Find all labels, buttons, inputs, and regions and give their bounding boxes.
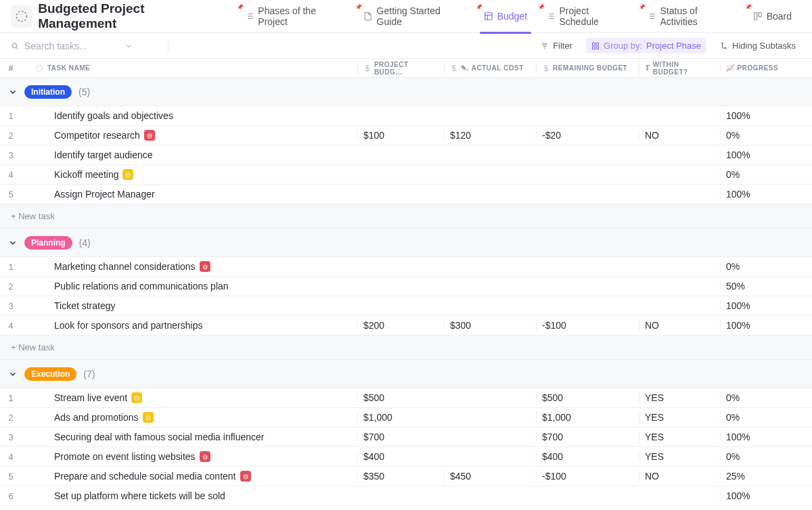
task-name-cell[interactable]: Stream live event⊖ [22, 392, 357, 403]
chevron-down-icon[interactable] [125, 42, 133, 50]
group-header-execution[interactable]: Execution(7) [0, 360, 812, 388]
task-name-cell[interactable]: Competitor research⊖ [22, 130, 357, 141]
col-taskname[interactable]: TASK NAME [22, 64, 357, 72]
col-actual-cost[interactable]: ✎. ACTUAL COST [444, 64, 536, 72]
cell-progress[interactable]: 25% [720, 471, 812, 482]
task-name-cell[interactable]: Kickoff meeting⊖ [22, 169, 357, 180]
task-name-cell[interactable]: Prepare and schedule social media conten… [22, 471, 357, 482]
table-row[interactable]: 4Promote on event listing websites⊖$400$… [0, 447, 812, 467]
cell-project-budget[interactable]: $200 [357, 320, 444, 331]
hiding-subtasks-button[interactable]: Hiding Subtasks [715, 38, 801, 53]
task-name-cell[interactable]: Public relations and communications plan [22, 281, 357, 292]
new-task-button[interactable]: + New task [0, 204, 812, 229]
cell-progress[interactable]: 100% [720, 110, 812, 121]
tab-label: Status of Activities [660, 5, 734, 27]
new-task-button[interactable]: + New task [0, 335, 812, 360]
cell-within-budget[interactable]: YES [639, 451, 720, 462]
cell-progress[interactable]: 100% [720, 320, 812, 331]
cell-progress[interactable]: 0% [720, 169, 812, 180]
table-row[interactable]: 1Identify goals and objectives100% [0, 106, 812, 126]
cell-project-budget[interactable]: $700 [357, 432, 444, 442]
row-index: 4 [0, 452, 22, 462]
cell-remaining-budget[interactable]: $1,000 [536, 412, 639, 423]
cell-progress[interactable]: 100% [720, 300, 812, 311]
task-name-cell[interactable]: Identify goals and objectives [22, 110, 357, 121]
group-by-button[interactable]: Group by: Project Phase [586, 38, 706, 53]
cell-progress[interactable]: 0% [720, 412, 812, 423]
task-name-cell[interactable]: Ticket strategy [22, 300, 357, 311]
table-row[interactable]: 2Public relations and communications pla… [0, 277, 812, 296]
table-row[interactable]: 2Competitor research⊖$100$120-$20NO0% [0, 126, 812, 145]
cell-progress[interactable]: 0% [720, 451, 812, 462]
cell-remaining-budget[interactable]: $400 [536, 451, 639, 462]
table-row[interactable]: 5Prepare and schedule social media conte… [0, 467, 812, 486]
cell-remaining-budget[interactable]: -$100 [536, 320, 639, 331]
group-header-planning[interactable]: Planning(4) [0, 229, 812, 257]
table-row[interactable]: 2Ads and promotions⊖$1,000$1,000YES0% [0, 408, 812, 427]
search-input[interactable] [24, 41, 119, 51]
table-row[interactable]: 5Assign Project Manager100% [0, 185, 812, 204]
col-project-budget[interactable]: PROJECT BUDG… [357, 61, 444, 76]
tab-board[interactable]: 📌Board [744, 0, 801, 33]
group-count: (5) [78, 87, 90, 97]
tab-phases-of-the-project[interactable]: 📌Phases of the Project [235, 0, 354, 33]
table-row[interactable]: 1Marketing channel considerations⊖0% [0, 257, 812, 277]
cell-within-budget[interactable]: YES [639, 412, 720, 423]
task-name-cell[interactable]: Ads and promotions⊖ [22, 412, 357, 423]
cell-within-budget[interactable]: YES [639, 432, 720, 442]
cell-remaining-budget[interactable]: -$20 [536, 130, 639, 141]
group-header-initiation[interactable]: Initiation(5) [0, 78, 812, 106]
cell-progress[interactable]: 100% [720, 149, 812, 160]
col-progress[interactable]: 📈 PROGRESS [720, 64, 812, 72]
cell-progress[interactable]: 100% [720, 490, 812, 501]
cell-progress[interactable]: 100% [720, 432, 812, 442]
cell-project-budget[interactable]: $500 [357, 392, 444, 403]
cell-progress[interactable]: 100% [720, 189, 812, 200]
cell-remaining-budget[interactable]: $700 [536, 432, 639, 442]
table-row[interactable]: 3Securing deal with famous social media … [0, 427, 812, 447]
cell-within-budget[interactable]: NO [639, 471, 720, 482]
tab-project-schedule[interactable]: 📌Project Schedule [537, 0, 637, 33]
task-name-cell[interactable]: Securing deal with famous social media i… [22, 432, 357, 442]
table-row[interactable]: 3Ticket strategy100% [0, 296, 812, 316]
svg-rect-22 [754, 13, 757, 20]
table-row[interactable]: 6Set up platform where tickets will be s… [0, 486, 812, 506]
cell-progress[interactable]: 50% [720, 281, 812, 292]
chevron-down-icon[interactable] [8, 238, 18, 248]
cell-project-budget[interactable]: $350 [357, 471, 444, 482]
table-row[interactable]: 3Identify target audience100% [0, 145, 812, 165]
tab-getting-started-guide[interactable]: 📌Getting Started Guide [354, 0, 474, 33]
chevron-down-icon[interactable] [8, 369, 18, 379]
cell-progress[interactable]: 0% [720, 261, 812, 272]
cell-remaining-budget[interactable]: -$100 [536, 471, 639, 482]
table-row[interactable]: 7Set up analytics tool to measure social… [0, 506, 812, 510]
cell-project-budget[interactable]: $400 [357, 451, 444, 462]
task-name-cell[interactable]: Look for sponsors and partnerships [22, 320, 357, 331]
task-name-cell[interactable]: Set up platform where tickets will be so… [22, 490, 357, 501]
task-name-cell[interactable]: Identify target audience [22, 149, 357, 160]
cell-actual-cost[interactable]: $120 [444, 130, 536, 141]
filter-button[interactable]: Filter [535, 38, 578, 53]
table-row[interactable]: 1Stream live event⊖$500$500YES0% [0, 388, 812, 408]
tab-budget[interactable]: 📌Budget [474, 0, 537, 33]
cell-within-budget[interactable]: NO [639, 130, 720, 141]
table-row[interactable]: 4Kickoff meeting⊖0% [0, 165, 812, 185]
task-name-cell[interactable]: Assign Project Manager [22, 189, 357, 200]
cell-progress[interactable]: 0% [720, 392, 812, 403]
cell-within-budget[interactable]: NO [639, 320, 720, 331]
col-remaining-budget[interactable]: REMAINING BUDGET [536, 64, 639, 72]
group-value: Project Phase [646, 41, 701, 51]
col-within-budget[interactable]: T WITHIN BUDGET? [639, 61, 720, 76]
task-name-cell[interactable]: Marketing channel considerations⊖ [22, 261, 357, 272]
cell-remaining-budget[interactable]: $500 [536, 392, 639, 403]
task-name-cell[interactable]: Promote on event listing websites⊖ [22, 451, 357, 462]
cell-actual-cost[interactable]: $300 [444, 320, 536, 331]
chevron-down-icon[interactable] [8, 87, 18, 97]
cell-actual-cost[interactable]: $450 [444, 471, 536, 482]
cell-within-budget[interactable]: YES [639, 392, 720, 403]
tab-status-of-activities[interactable]: 📌Status of Activities [637, 0, 744, 33]
cell-project-budget[interactable]: $1,000 [357, 412, 444, 423]
cell-progress[interactable]: 0% [720, 130, 812, 141]
table-row[interactable]: 4Look for sponsors and partnerships$200$… [0, 316, 812, 335]
cell-project-budget[interactable]: $100 [357, 130, 444, 141]
